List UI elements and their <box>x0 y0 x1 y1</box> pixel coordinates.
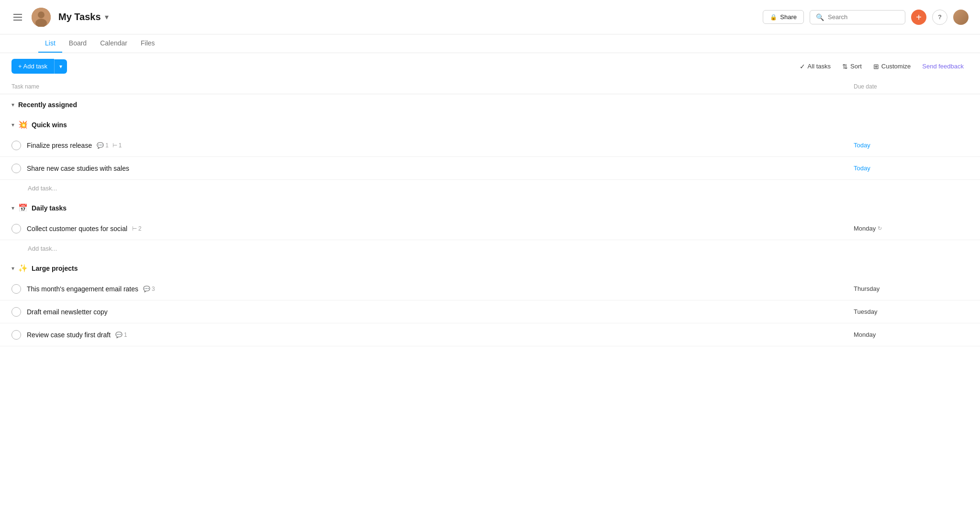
help-icon: ? <box>938 13 942 21</box>
table-row: Share new case studies with sales Today <box>0 157 980 180</box>
section-large-projects-title: Large projects <box>32 265 78 272</box>
task-title[interactable]: This month's engagement email rates <box>27 285 138 293</box>
task-complete-checkbox[interactable] <box>11 224 21 233</box>
all-tasks-label: All tasks <box>808 63 831 70</box>
subtask-count: 1 <box>119 142 122 149</box>
title-section: My Tasks ▾ <box>58 11 109 22</box>
task-title[interactable]: Collect customer quotes for social <box>27 225 127 232</box>
share-button[interactable]: 🔒 Share <box>763 10 804 24</box>
customize-icon: ⊞ <box>873 63 879 70</box>
task-complete-checkbox[interactable] <box>11 164 21 173</box>
task-due-date[interactable]: Tuesday <box>854 308 940 315</box>
task-complete-checkbox[interactable] <box>11 284 21 294</box>
add-task-inline-quick-wins[interactable]: Add task... <box>0 180 980 197</box>
section-emoji: ✨ <box>18 264 28 273</box>
task-name-cell: Draft email newsletter copy <box>27 308 854 316</box>
add-task-inline-daily-tasks[interactable]: Add task... <box>0 240 980 257</box>
section-recently-assigned-header[interactable]: ▾ Recently assigned <box>0 94 980 113</box>
header: My Tasks ▾ 🔒 Share 🔍 + ? <box>0 0 980 34</box>
tab-files[interactable]: Files <box>134 34 162 53</box>
subtask-badge: ⊢ 2 <box>132 225 142 232</box>
table-row: Collect customer quotes for social ⊢ 2 M… <box>0 217 980 240</box>
title-chevron-icon[interactable]: ▾ <box>105 12 109 22</box>
table-row: Finalize press release 💬 1 ⊢ 1 Today <box>0 134 980 157</box>
task-title[interactable]: Share new case studies with sales <box>27 165 129 172</box>
col-task-name: Task name <box>11 83 854 90</box>
task-due-date[interactable]: Today <box>854 165 940 172</box>
customize-button[interactable]: ⊞ Customize <box>869 60 915 73</box>
user-avatar-large[interactable] <box>32 8 51 27</box>
check-circle-icon: ✓ <box>800 63 805 70</box>
table-header: Task name Due date <box>0 79 980 94</box>
add-task-inline-label: Add task... <box>28 185 57 192</box>
task-name-cell: Collect customer quotes for social ⊢ 2 <box>27 225 854 232</box>
section-chevron-icon: ▾ <box>11 101 14 108</box>
all-tasks-button[interactable]: ✓ All tasks <box>795 60 835 73</box>
task-title[interactable]: Review case study first draft <box>27 331 111 339</box>
task-due-recur: Monday ↻ <box>854 225 940 232</box>
task-name-cell: Review case study first draft 💬 1 <box>27 331 854 339</box>
subtask-icon: ⊢ <box>132 225 137 232</box>
page-title: My Tasks <box>58 11 101 22</box>
search-input[interactable] <box>828 13 890 21</box>
section-daily-tasks-header[interactable]: ▾ 📅 Daily tasks <box>0 197 980 217</box>
comment-icon: 💬 <box>143 286 150 292</box>
table-row: Review case study first draft 💬 1 Monday <box>0 323 980 346</box>
tab-calendar[interactable]: Calendar <box>93 34 134 53</box>
share-label: Share <box>780 13 797 21</box>
task-due-date[interactable]: Monday <box>854 331 940 338</box>
nav-tabs: List Board Calendar Files <box>0 34 980 53</box>
task-complete-checkbox[interactable] <box>11 307 21 317</box>
create-button[interactable]: + <box>911 10 926 25</box>
task-name-cell: This month's engagement email rates 💬 3 <box>27 285 854 293</box>
section-chevron-icon: ▾ <box>11 265 14 272</box>
section-emoji: 💥 <box>18 120 28 129</box>
due-label: Monday <box>854 225 876 232</box>
task-meta: 💬 1 <box>115 332 127 338</box>
comment-badge: 💬 3 <box>143 286 155 292</box>
send-feedback-button[interactable]: Send feedback <box>917 60 969 73</box>
task-due-date[interactable]: Thursday <box>854 285 940 292</box>
comment-badge: 💬 1 <box>115 332 127 338</box>
section-daily-tasks-title: Daily tasks <box>32 204 67 212</box>
task-complete-checkbox[interactable] <box>11 141 21 150</box>
task-due-date[interactable]: Today <box>854 142 940 149</box>
customize-label: Customize <box>881 63 911 70</box>
sort-button[interactable]: ⇅ Sort <box>837 60 867 73</box>
subtask-count: 2 <box>138 225 142 232</box>
section-large-projects-header[interactable]: ▾ ✨ Large projects <box>0 257 980 277</box>
task-complete-checkbox[interactable] <box>11 330 21 340</box>
section-quick-wins-header[interactable]: ▾ 💥 Quick wins <box>0 113 980 134</box>
comment-icon: 💬 <box>115 332 122 338</box>
lock-icon: 🔒 <box>770 14 777 21</box>
section-quick-wins-title: Quick wins <box>32 121 67 129</box>
sort-icon: ⇅ <box>842 63 848 70</box>
hamburger-menu[interactable] <box>11 12 24 22</box>
col-due-date: Due date <box>854 83 940 90</box>
user-avatar-small[interactable] <box>953 10 969 25</box>
comment-count: 3 <box>152 286 155 292</box>
add-task-button[interactable]: + Add task <box>11 59 54 74</box>
subtask-icon: ⊢ <box>112 142 117 149</box>
help-button[interactable]: ? <box>932 10 947 25</box>
task-title[interactable]: Draft email newsletter copy <box>27 308 108 316</box>
svg-point-1 <box>38 11 45 18</box>
section-recently-assigned-title: Recently assigned <box>18 101 77 109</box>
section-chevron-icon: ▾ <box>11 205 14 211</box>
search-bar: 🔍 <box>810 10 905 24</box>
add-task-dropdown-button[interactable]: ▾ <box>54 59 67 74</box>
recurring-icon: ↻ <box>878 225 882 232</box>
comment-badge: 💬 1 <box>97 142 109 149</box>
section-daily-tasks: ▾ 📅 Daily tasks Collect customer quotes … <box>0 197 980 257</box>
comment-count: 1 <box>124 332 127 338</box>
task-name-cell: Share new case studies with sales <box>27 165 854 172</box>
task-due-date[interactable]: Monday ↻ <box>854 225 940 232</box>
toolbar: + Add task ▾ ✓ All tasks ⇅ Sort ⊞ Custom… <box>0 53 980 79</box>
task-meta: 💬 1 ⊢ 1 <box>97 142 122 149</box>
plus-icon: + <box>916 12 922 22</box>
tab-list[interactable]: List <box>38 34 62 53</box>
tab-board[interactable]: Board <box>62 34 93 53</box>
search-icon: 🔍 <box>816 13 824 21</box>
task-title[interactable]: Finalize press release <box>27 142 92 149</box>
add-task-inline-label: Add task... <box>28 245 57 252</box>
